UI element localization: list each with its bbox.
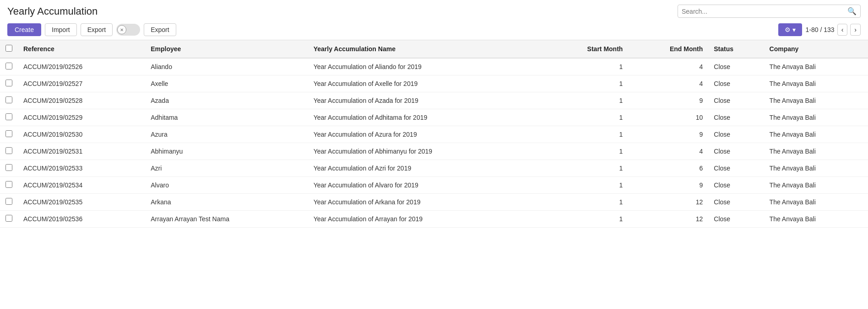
row-checkbox[interactable] xyxy=(5,198,12,205)
gear-button[interactable]: ⚙ ▾ xyxy=(778,23,802,36)
table-row[interactable]: ACCUM/2019/02531 Abhimanyu Year Accumula… xyxy=(0,143,868,160)
cell-reference: ACCUM/2019/02530 xyxy=(18,126,145,143)
pagination: 1-80 / 133 ‹ › xyxy=(806,24,861,36)
gear-icon: ⚙ xyxy=(785,26,791,33)
search-input[interactable] xyxy=(682,8,847,15)
cell-status: Close xyxy=(708,143,764,160)
table-header-row: Reference Employee Yearly Accumulation N… xyxy=(0,40,868,58)
toggle-switch[interactable]: ✕ xyxy=(116,24,140,36)
cell-company: The Anvaya Bali xyxy=(764,211,868,228)
row-checkbox-cell xyxy=(0,109,18,126)
cell-end-month: 9 xyxy=(628,92,708,109)
chevron-down-icon: ▾ xyxy=(792,26,796,33)
cell-start-month: 1 xyxy=(544,92,629,109)
table-row[interactable]: ACCUM/2019/02526 Aliando Year Accumulati… xyxy=(0,58,868,75)
row-checkbox-cell xyxy=(0,58,18,75)
cell-employee: Arkana xyxy=(145,194,308,211)
cell-employee: Azura xyxy=(145,126,308,143)
header-start-month: Start Month xyxy=(544,40,629,58)
cell-start-month: 1 xyxy=(544,211,629,228)
header-employee: Employee xyxy=(145,40,308,58)
row-checkbox-cell xyxy=(0,126,18,143)
cell-status: Close xyxy=(708,194,764,211)
cell-employee: Aliando xyxy=(145,58,308,75)
cell-end-month: 6 xyxy=(628,160,708,177)
row-checkbox-cell xyxy=(0,177,18,194)
row-checkbox-cell xyxy=(0,160,18,177)
cell-start-month: 1 xyxy=(544,58,629,75)
export-button-2[interactable]: Export xyxy=(144,23,176,36)
create-button[interactable]: Create xyxy=(7,23,41,36)
pagination-next-button[interactable]: › xyxy=(850,24,861,36)
data-table: Reference Employee Yearly Accumulation N… xyxy=(0,40,868,228)
export-button-1[interactable]: Export xyxy=(81,23,113,36)
header-status: Status xyxy=(708,40,764,58)
cell-status: Close xyxy=(708,92,764,109)
cell-start-month: 1 xyxy=(544,126,629,143)
row-checkbox[interactable] xyxy=(5,63,12,69)
row-checkbox[interactable] xyxy=(5,130,12,137)
row-checkbox-cell xyxy=(0,211,18,228)
cell-status: Close xyxy=(708,126,764,143)
cell-reference: ACCUM/2019/02533 xyxy=(18,160,145,177)
cell-employee: Axelle xyxy=(145,75,308,92)
cell-status: Close xyxy=(708,211,764,228)
table-row[interactable]: ACCUM/2019/02536 Arrayan Arrayan Test Na… xyxy=(0,211,868,228)
import-button[interactable]: Import xyxy=(45,23,77,36)
header-company: Company xyxy=(764,40,868,58)
row-checkbox[interactable] xyxy=(5,164,12,171)
cell-start-month: 1 xyxy=(544,194,629,211)
cell-end-month: 10 xyxy=(628,109,708,126)
row-checkbox[interactable] xyxy=(5,96,12,103)
cell-reference: ACCUM/2019/02535 xyxy=(18,194,145,211)
table-row[interactable]: ACCUM/2019/02533 Azri Year Accumulation … xyxy=(0,160,868,177)
cell-status: Close xyxy=(708,177,764,194)
cell-status: Close xyxy=(708,160,764,177)
cell-employee: Azada xyxy=(145,92,308,109)
row-checkbox[interactable] xyxy=(5,80,12,86)
table-row[interactable]: ACCUM/2019/02529 Adhitama Year Accumulat… xyxy=(0,109,868,126)
cell-name: Year Accumulation of Azada for 2019 xyxy=(308,92,544,109)
cell-name: Year Accumulation of Arkana for 2019 xyxy=(308,194,544,211)
pagination-prev-button[interactable]: ‹ xyxy=(837,24,848,36)
cell-status: Close xyxy=(708,109,764,126)
cell-name: Year Accumulation of Adhitama for 2019 xyxy=(308,109,544,126)
table-row[interactable]: ACCUM/2019/02530 Azura Year Accumulation… xyxy=(0,126,868,143)
cell-company: The Anvaya Bali xyxy=(764,58,868,75)
header-name: Yearly Accumulation Name xyxy=(308,40,544,58)
cell-name: Year Accumulation of Azri for 2019 xyxy=(308,160,544,177)
row-checkbox-cell xyxy=(0,92,18,109)
cell-company: The Anvaya Bali xyxy=(764,194,868,211)
cell-company: The Anvaya Bali xyxy=(764,160,868,177)
cell-end-month: 9 xyxy=(628,126,708,143)
cell-start-month: 1 xyxy=(544,75,629,92)
search-container: 🔍 xyxy=(678,5,861,18)
search-icon[interactable]: 🔍 xyxy=(847,7,857,16)
table-row[interactable]: ACCUM/2019/02528 Azada Year Accumulation… xyxy=(0,92,868,109)
row-checkbox[interactable] xyxy=(5,113,12,120)
cell-reference: ACCUM/2019/02536 xyxy=(18,211,145,228)
cell-name: Year Accumulation of Azura for 2019 xyxy=(308,126,544,143)
cell-name: Year Accumulation of Alvaro for 2019 xyxy=(308,177,544,194)
header-checkbox-col xyxy=(0,40,18,58)
cell-reference: ACCUM/2019/02526 xyxy=(18,58,145,75)
row-checkbox[interactable] xyxy=(5,181,12,188)
select-all-checkbox[interactable] xyxy=(5,45,12,52)
table-row[interactable]: ACCUM/2019/02534 Alvaro Year Accumulatio… xyxy=(0,177,868,194)
row-checkbox[interactable] xyxy=(5,215,12,222)
cell-employee: Azri xyxy=(145,160,308,177)
row-checkbox[interactable] xyxy=(5,147,12,154)
cell-reference: ACCUM/2019/02534 xyxy=(18,177,145,194)
cell-name: Year Accumulation of Arrayan for 2019 xyxy=(308,211,544,228)
toolbar: Create Import Export ✕ Export ⚙ ▾ 1-80 /… xyxy=(0,21,868,40)
row-checkbox-cell xyxy=(0,75,18,92)
cell-reference: ACCUM/2019/02529 xyxy=(18,109,145,126)
cell-employee: Arrayan Arrayan Test Nama xyxy=(145,211,308,228)
cell-employee: Abhimanyu xyxy=(145,143,308,160)
row-checkbox-cell xyxy=(0,143,18,160)
table-row[interactable]: ACCUM/2019/02527 Axelle Year Accumulatio… xyxy=(0,75,868,92)
cell-start-month: 1 xyxy=(544,177,629,194)
cell-company: The Anvaya Bali xyxy=(764,177,868,194)
table-row[interactable]: ACCUM/2019/02535 Arkana Year Accumulatio… xyxy=(0,194,868,211)
cell-reference: ACCUM/2019/02531 xyxy=(18,143,145,160)
